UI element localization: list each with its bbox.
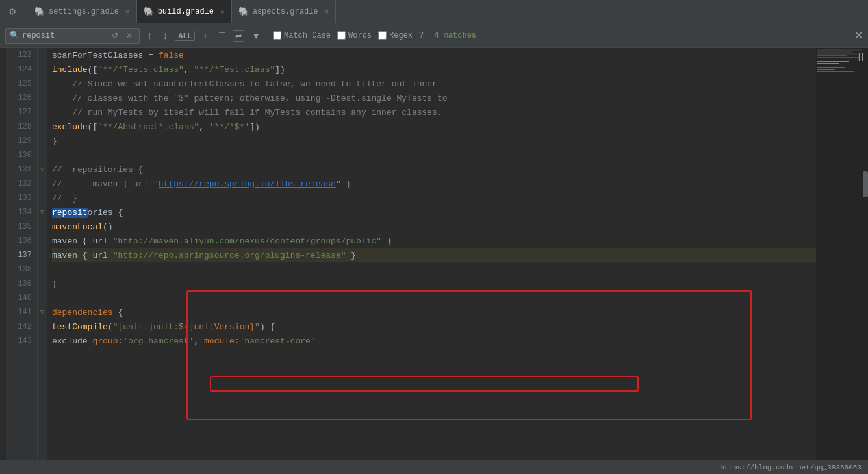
fold-cell-131[interactable]: ▽ [38, 162, 47, 177]
line-number-137: 137 [6, 248, 37, 262]
code-line-128: exclude(["**/Abstract*.class", '**/*$*']… [52, 119, 816, 134]
left-gutter [0, 48, 6, 460]
line-number-126: 126 [6, 91, 37, 105]
gradle-icon-3: 🐘 [238, 6, 249, 17]
code-line-131: // repositories { [52, 162, 816, 177]
minimap-highlight-line [817, 61, 849, 62]
code-line-127: // run MyTests by itself will fail if My… [52, 105, 816, 119]
search-options: Match Case Words Regex ? [273, 31, 424, 40]
fold-cell-126 [38, 91, 47, 105]
regex-checkbox[interactable] [378, 31, 387, 40]
code-line-138 [52, 262, 816, 277]
minimap-line [817, 57, 860, 58]
fold-cell-139 [38, 277, 47, 291]
code-line-141: dependencies { [52, 305, 816, 319]
line-number-123: 123 [6, 48, 37, 62]
code-line-140 [52, 291, 816, 305]
search-add-btn[interactable]: + [199, 29, 211, 42]
fold-gutter: ▽▽▽ [38, 48, 47, 460]
matches-count: 4 matches [434, 31, 476, 40]
tab-close-3[interactable]: ✕ [325, 7, 329, 16]
fold-cell-137 [38, 248, 47, 262]
tab-close-1[interactable]: ✕ [125, 7, 130, 16]
tab-divider [25, 5, 25, 18]
line-number-139: 139 [6, 277, 37, 291]
regex-option[interactable]: Regex [378, 31, 413, 40]
minimap-highlight-line [817, 63, 839, 64]
line-numbers: 1231241251261271281291301311321331341351… [6, 48, 38, 460]
tab-aspects-gradle[interactable]: 🐘 aspects.gradle ✕ [232, 0, 336, 23]
settings-icon[interactable]: ⚙ [3, 2, 22, 21]
code-line-133: // } [52, 191, 816, 205]
tab-build-gradle[interactable]: 🐘 build.gradle ✕ [137, 0, 232, 23]
gradle-icon-1: 🐘 [34, 6, 45, 17]
tab-label-3: aspects.gradle [253, 7, 318, 16]
fold-cell-123 [38, 48, 47, 62]
fold-cell-133 [38, 191, 47, 205]
line-number-138: 138 [6, 262, 37, 277]
search-multiline-btn[interactable]: ⊤ [215, 29, 229, 42]
code-line-137: maven { url "http://repo.springsource.or… [52, 248, 816, 262]
fold-cell-124 [38, 62, 47, 77]
fold-cell-143 [38, 334, 47, 348]
search-input-wrap: 🔍 ↺ ✕ [5, 28, 140, 44]
code-line-136: maven { url "http://maven.aliyun.com/nex… [52, 234, 816, 248]
code-line-132: // maven { url "https://repo.spring.io/l… [52, 177, 816, 191]
search-icon: 🔍 [10, 31, 19, 40]
match-case-label: Match Case [284, 31, 331, 40]
search-bar: 🔍 ↺ ✕ ↑ ↓ ALL + ⊤ ⇌ ▼ Match Case Words R… [0, 23, 868, 48]
code-line-143: exclude group:'org.hamcrest', module:'ha… [52, 334, 816, 348]
code-line-130 [52, 148, 816, 162]
pause-icon[interactable]: ⏸ [855, 51, 867, 64]
tab-close-2[interactable]: ✕ [220, 7, 225, 16]
words-checkbox[interactable] [337, 31, 346, 40]
minimap-marker [817, 67, 845, 68]
code-line-124: include(["**/*Tests.class", "**/*Test.cl… [52, 62, 816, 77]
fold-cell-132 [38, 177, 47, 191]
search-next-btn[interactable]: ↓ [159, 29, 171, 43]
match-case-checkbox[interactable] [273, 31, 281, 40]
line-number-128: 128 [6, 119, 37, 134]
minimap-line [817, 51, 852, 53]
fold-cell-134[interactable]: ▽ [38, 205, 47, 219]
code-line-129: } [52, 134, 816, 148]
search-all-btn[interactable]: ALL [175, 31, 195, 41]
minimap-line [817, 55, 847, 56]
search-dismiss-btn[interactable]: ✕ [123, 30, 135, 42]
fold-cell-125 [38, 77, 47, 91]
code-area: scanForTestClasses = false include(["**/… [47, 48, 816, 348]
words-label: Words [348, 31, 372, 40]
code-line-126: // classes with the "$" pattern; otherwi… [52, 91, 816, 105]
line-number-124: 124 [6, 62, 37, 77]
fold-cell-142 [38, 319, 47, 334]
fold-cell-141[interactable]: ▽ [38, 305, 47, 319]
line-number-132: 132 [6, 177, 37, 191]
tab-label-2: build.gradle [158, 7, 214, 16]
regex-label: Regex [389, 31, 413, 40]
search-prev-btn[interactable]: ↑ [144, 29, 155, 43]
line-number-129: 129 [6, 134, 37, 148]
minimap-error-marker [817, 71, 854, 72]
minimap-marker [817, 69, 835, 70]
line-number-141: 141 [6, 305, 37, 319]
search-filter-btn[interactable]: ▼ [248, 29, 264, 42]
line-number-125: 125 [6, 77, 37, 91]
line-number-136: 136 [6, 234, 37, 248]
line-number-130: 130 [6, 148, 37, 162]
search-clear-btn[interactable]: ↺ [109, 30, 121, 42]
tab-settings-gradle[interactable]: 🐘 settings.gradle ✕ [28, 0, 137, 23]
fold-cell-140 [38, 291, 47, 305]
fold-cell-138 [38, 262, 47, 277]
maven-url-highlight [210, 376, 639, 392]
line-number-131: 131 [6, 162, 37, 177]
search-input[interactable] [22, 31, 107, 40]
line-number-135: 135 [6, 219, 37, 234]
words-option[interactable]: Words [337, 31, 372, 40]
match-case-option[interactable]: Match Case [273, 31, 331, 40]
code-line-123: scanForTestClasses = false [52, 48, 816, 62]
search-replace-btn[interactable]: ⇌ [233, 30, 244, 42]
fold-cell-127 [38, 105, 47, 119]
code-wrapper: scanForTestClasses = false include(["**/… [47, 48, 816, 460]
close-search-btn[interactable]: ✕ [854, 29, 863, 42]
search-help[interactable]: ? [419, 31, 424, 40]
